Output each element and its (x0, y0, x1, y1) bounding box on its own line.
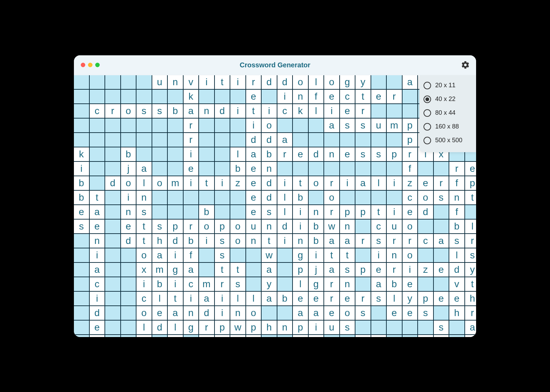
letter-cell[interactable]: n (136, 191, 152, 205)
blank-cell[interactable] (74, 90, 90, 104)
letter-cell[interactable]: f (309, 90, 324, 104)
letter-cell[interactable]: o (418, 191, 434, 205)
letter-cell[interactable]: t (136, 234, 152, 248)
blank-cell[interactable] (199, 90, 215, 104)
letter-cell[interactable]: a (262, 263, 277, 277)
letter-cell[interactable]: p (293, 321, 309, 335)
blank-cell[interactable] (262, 306, 277, 321)
letter-cell[interactable]: r (465, 306, 476, 321)
letter-cell[interactable]: z (418, 263, 434, 277)
letter-cell[interactable]: n (449, 191, 465, 205)
blank-cell[interactable] (434, 277, 450, 292)
letter-cell[interactable]: b (152, 277, 168, 292)
letter-cell[interactable]: l (387, 292, 403, 306)
letter-cell[interactable]: p (246, 321, 262, 335)
blank-cell[interactable] (277, 162, 293, 176)
blank-cell[interactable] (215, 162, 231, 176)
letter-cell[interactable]: s (355, 306, 371, 321)
letter-cell[interactable]: s (371, 234, 387, 248)
letter-cell[interactable]: b (387, 277, 403, 292)
blank-cell[interactable] (168, 147, 184, 162)
letter-cell[interactable]: l (371, 176, 387, 191)
letter-cell[interactable]: u (152, 75, 168, 90)
blank-cell[interactable] (309, 162, 324, 176)
blank-cell[interactable] (121, 321, 137, 335)
letter-cell[interactable]: i (387, 205, 403, 220)
letter-cell[interactable]: r (105, 104, 121, 119)
blank-cell[interactable] (403, 335, 418, 337)
letter-cell[interactable]: b (230, 162, 246, 176)
blank-cell[interactable] (105, 133, 121, 147)
letter-cell[interactable]: r (403, 234, 418, 248)
letter-cell[interactable]: r (199, 321, 215, 335)
letter-cell[interactable]: e (293, 147, 309, 162)
letter-cell[interactable]: l (168, 321, 184, 335)
blank-cell[interactable] (449, 335, 465, 337)
letter-cell[interactable]: b (309, 220, 324, 234)
blank-cell[interactable] (105, 205, 121, 220)
letter-cell[interactable]: t (293, 176, 309, 191)
letter-cell[interactable]: s (230, 277, 246, 292)
letter-cell[interactable]: c (136, 292, 152, 306)
letter-cell[interactable]: p (293, 263, 309, 277)
letter-cell[interactable]: a (324, 234, 340, 248)
letter-cell[interactable]: o (152, 176, 168, 191)
letter-cell[interactable]: j (309, 263, 324, 277)
letter-cell[interactable]: v (449, 277, 465, 292)
letter-cell[interactable]: e (246, 205, 262, 220)
blank-cell[interactable] (215, 133, 231, 147)
letter-cell[interactable]: e (371, 90, 387, 104)
blank-cell[interactable] (403, 321, 418, 335)
letter-cell[interactable]: c (277, 104, 293, 119)
blank-cell[interactable] (168, 205, 184, 220)
letter-cell[interactable]: n (168, 75, 184, 90)
letter-cell[interactable]: p (418, 292, 434, 306)
letter-cell[interactable]: a (293, 306, 309, 321)
letter-cell[interactable]: p (355, 205, 371, 220)
letter-cell[interactable]: a (136, 162, 152, 176)
letter-cell[interactable]: i (184, 292, 199, 306)
letter-cell[interactable]: n (293, 90, 309, 104)
letter-cell[interactable]: s (434, 191, 450, 205)
letter-cell[interactable]: y (262, 277, 277, 292)
letter-cell[interactable]: l (152, 292, 168, 306)
blank-cell[interactable] (309, 133, 324, 147)
size-option[interactable]: 500 x 500 (424, 134, 472, 147)
blank-cell[interactable] (387, 191, 403, 205)
letter-cell[interactable]: l (199, 335, 215, 337)
blank-cell[interactable] (355, 133, 371, 147)
letter-cell[interactable]: e (246, 176, 262, 191)
letter-cell[interactable]: e (434, 292, 450, 306)
letter-cell[interactable]: s (371, 147, 387, 162)
letter-cell[interactable]: e (403, 277, 418, 292)
blank-cell[interactable] (152, 205, 168, 220)
blank-cell[interactable] (168, 90, 184, 104)
blank-cell[interactable] (418, 220, 434, 234)
letter-cell[interactable]: s (340, 263, 356, 277)
letter-cell[interactable]: s (355, 147, 371, 162)
letter-cell[interactable]: r (324, 205, 340, 220)
letter-cell[interactable]: f (184, 248, 199, 263)
letter-cell[interactable]: b (449, 220, 465, 234)
letter-cell[interactable]: v (184, 75, 199, 90)
blank-cell[interactable] (105, 191, 121, 205)
letter-cell[interactable]: e (246, 162, 262, 176)
letter-cell[interactable]: n (340, 277, 356, 292)
blank-cell[interactable] (418, 321, 434, 335)
letter-cell[interactable]: s (371, 292, 387, 306)
blank-cell[interactable] (434, 248, 450, 263)
blank-cell[interactable] (418, 162, 434, 176)
letter-cell[interactable]: z (230, 176, 246, 191)
letter-cell[interactable]: i (215, 306, 231, 321)
letter-cell[interactable]: i (293, 220, 309, 234)
blank-cell[interactable] (387, 162, 403, 176)
letter-cell[interactable]: i (121, 191, 137, 205)
blank-cell[interactable] (136, 90, 152, 104)
letter-cell[interactable]: a (90, 263, 106, 277)
letter-cell[interactable]: u (324, 321, 340, 335)
blank-cell[interactable] (105, 263, 121, 277)
letter-cell[interactable]: b (168, 104, 184, 119)
letter-cell[interactable]: d (277, 75, 293, 90)
letter-cell[interactable]: d (262, 176, 277, 191)
letter-cell[interactable]: c (90, 104, 106, 119)
